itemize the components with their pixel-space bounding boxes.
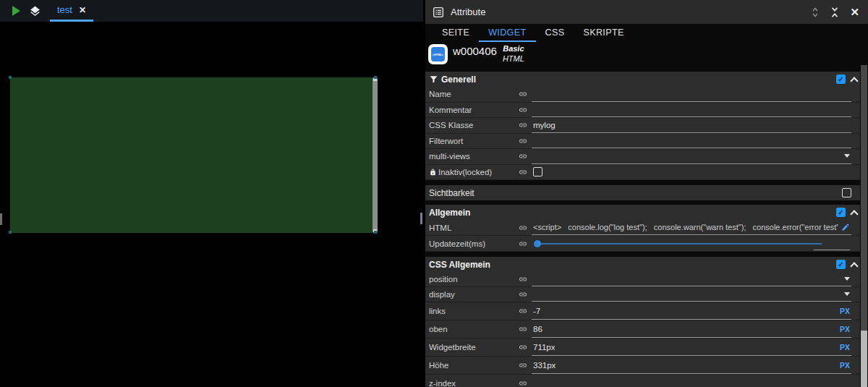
link-icon[interactable] — [519, 343, 529, 352]
link-icon[interactable] — [519, 90, 529, 98]
section-checkbox[interactable]: ✓ — [842, 188, 851, 197]
attribute-row: Widgetbreite 711px PX — [425, 339, 860, 357]
canvas-left-scrollbar-thumb[interactable] — [0, 213, 2, 225]
panel-collapse-icon[interactable] — [830, 7, 840, 18]
link-icon[interactable] — [519, 379, 529, 387]
attribute-row: position — [425, 272, 860, 287]
row-field[interactable] — [532, 134, 851, 149]
unit-label[interactable]: PX — [840, 361, 850, 370]
section-checkbox[interactable]: ✓ — [836, 260, 846, 269]
attribute-panel: Attribute ✕ SEITE WIDGET CSS SKRIPTE <HT… — [425, 0, 868, 387]
row-field[interactable] — [532, 375, 851, 387]
row-field[interactable] — [532, 149, 851, 164]
unit-label[interactable]: PX — [840, 307, 850, 315]
section-header[interactable]: Generell ✓ — [425, 72, 860, 87]
section-bar[interactable]: Sichtbarkeit ✓ — [425, 185, 860, 200]
row-label: Updatezeit(ms) — [429, 239, 519, 248]
link-icon[interactable] — [519, 168, 529, 177]
field-value: 86 — [533, 325, 542, 333]
widget-type-badge: Basic HTML — [503, 44, 524, 63]
selected-html-widget[interactable] — [10, 77, 378, 233]
panel-tab-css[interactable]: CSS — [536, 27, 574, 42]
panel-tab-widget[interactable]: WIDGET — [479, 27, 535, 42]
widget-scrollbar[interactable] — [373, 77, 378, 233]
resize-handle-top-left[interactable] — [9, 76, 12, 79]
attribute-row: oben 86 PX — [425, 320, 860, 339]
chevron-up-icon[interactable] — [850, 208, 859, 217]
editor-tabbar: test ✕ — [0, 0, 423, 22]
row-label: Kommentar — [429, 106, 519, 114]
section-title: Generell — [441, 75, 476, 85]
row-field[interactable]: <script> console.log("log test"); consol… — [532, 220, 851, 235]
panel-scrollbar-thumb[interactable] — [861, 331, 867, 387]
attribute-panel-icon — [433, 7, 444, 18]
widget-identity: <HTML> w000406 Basic HTML — [428, 43, 524, 69]
section: Generell ✓ Name Kommentar — [425, 72, 860, 180]
link-icon[interactable] — [519, 137, 529, 145]
chevron-up-icon[interactable] — [850, 260, 859, 269]
row-field[interactable] — [532, 272, 851, 286]
panel-stepper-icon[interactable] — [811, 7, 820, 18]
link-icon[interactable] — [519, 275, 529, 284]
unit-label[interactable]: PX — [840, 343, 850, 352]
attribute-row: display — [425, 287, 860, 302]
resize-handle-bottom-right[interactable] — [374, 231, 377, 234]
attribute-row: Höhe 331px PX — [425, 357, 860, 375]
resize-handle-top-right[interactable] — [374, 76, 377, 79]
edit-icon[interactable] — [841, 223, 850, 231]
row-field[interactable]: 331px PX — [532, 357, 851, 374]
dropdown-caret-icon[interactable] — [844, 154, 850, 158]
section-title: CSS Allgemein — [429, 260, 490, 270]
section-checkbox[interactable]: ✓ — [836, 75, 846, 84]
attribute-row: CSS Klasse mylog — [425, 118, 860, 134]
row-field[interactable]: -7 PX — [532, 302, 851, 320]
play-icon[interactable] — [12, 6, 20, 16]
panel-tab-skripte[interactable]: SKRIPTE — [574, 27, 633, 42]
row-field[interactable]: ✓ — [532, 165, 851, 180]
link-icon[interactable] — [519, 361, 529, 370]
link-icon[interactable] — [519, 106, 529, 114]
row-field[interactable] — [532, 87, 851, 102]
resize-handle-bottom-left[interactable] — [9, 231, 12, 234]
panel-close-icon[interactable]: ✕ — [850, 6, 859, 19]
panel-scrollbar[interactable] — [861, 65, 867, 387]
unit-label[interactable]: PX — [840, 325, 850, 333]
row-field[interactable]: 711px PX — [532, 339, 851, 356]
row-field[interactable] — [532, 287, 851, 302]
lock-icon — [429, 168, 437, 177]
field-value: -7 — [533, 307, 540, 315]
row-label: CSS Klasse — [429, 121, 519, 129]
row-field[interactable]: 86 PX — [532, 320, 851, 338]
section-header[interactable]: CSS Allgemein ✓ — [425, 257, 860, 272]
link-icon[interactable] — [519, 224, 529, 232]
panel-tab-seite[interactable]: SEITE — [433, 27, 479, 42]
layers-icon[interactable] — [29, 5, 41, 17]
link-icon[interactable] — [519, 239, 529, 248]
slider-value-input[interactable] — [814, 250, 850, 250]
row-field[interactable] — [532, 103, 851, 118]
attribute-row: HTML <script> console.log("log test"); c… — [425, 220, 860, 236]
canvas-right-scrollbar-thumb[interactable] — [420, 213, 422, 224]
editor-canvas: test ✕ — [0, 0, 423, 387]
html-widget-icon: <HTML> — [428, 44, 448, 64]
slider-track[interactable] — [536, 243, 822, 244]
link-icon[interactable] — [519, 307, 529, 315]
link-icon[interactable] — [519, 290, 529, 299]
row-field[interactable] — [532, 236, 851, 251]
chevron-up-icon[interactable] — [850, 75, 859, 84]
field-value: 331px — [533, 361, 556, 370]
section-header[interactable]: Allgemein ✓ — [425, 205, 860, 220]
dropdown-caret-icon[interactable] — [844, 292, 850, 296]
update-time-slider[interactable] — [533, 236, 850, 251]
link-icon[interactable] — [519, 325, 529, 333]
row-field[interactable]: mylog — [532, 118, 851, 133]
section-checkbox[interactable]: ✓ — [836, 208, 846, 217]
tab-close-icon[interactable]: ✕ — [79, 5, 86, 15]
link-icon[interactable] — [519, 121, 529, 129]
link-icon[interactable] — [519, 152, 529, 161]
dropdown-caret-icon[interactable] — [844, 277, 850, 281]
row-checkbox[interactable]: ✓ — [533, 167, 542, 177]
slider-thumb[interactable] — [534, 240, 541, 247]
page-tab-test[interactable]: test ✕ — [50, 0, 93, 22]
row-label: links — [429, 307, 519, 315]
